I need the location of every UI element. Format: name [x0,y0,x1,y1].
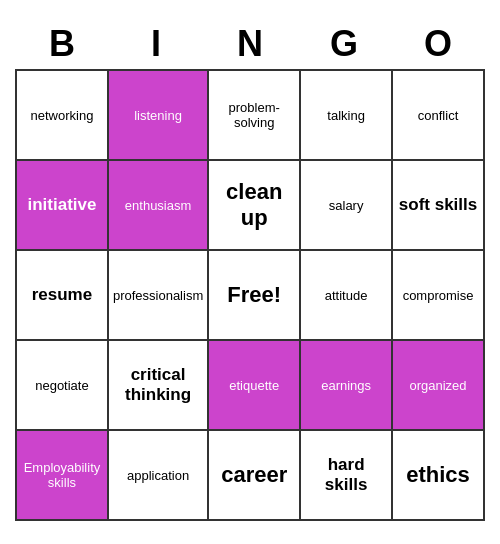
bingo-cell: clean up [209,161,301,251]
bingo-cell: hard skills [301,431,393,521]
bingo-cell: organized [393,341,485,431]
bingo-cell: professionalism [109,251,209,341]
bingo-cell: career [209,431,301,521]
bingo-grid: networkinglisteningproblem-solvingtalkin… [15,69,485,521]
bingo-title: BINGO [15,23,485,65]
bingo-cell: resume [17,251,109,341]
bingo-cell: compromise [393,251,485,341]
bingo-cell: salary [301,161,393,251]
bingo-cell: earnings [301,341,393,431]
bingo-cell: conflict [393,71,485,161]
bingo-cell: Free! [209,251,301,341]
bingo-cell: talking [301,71,393,161]
bingo-cell: etiquette [209,341,301,431]
bingo-cell: critical thinking [109,341,209,431]
bingo-cell: enthusiasm [109,161,209,251]
title-letter: G [300,23,388,65]
bingo-cell: initiative [17,161,109,251]
bingo-cell: listening [109,71,209,161]
bingo-cell: soft skills [393,161,485,251]
title-letter: O [394,23,482,65]
bingo-card: BINGO networkinglisteningproblem-solving… [5,13,495,531]
title-letter: I [112,23,200,65]
title-letter: N [206,23,294,65]
bingo-cell: negotiate [17,341,109,431]
title-letter: B [18,23,106,65]
bingo-cell: networking [17,71,109,161]
bingo-cell: ethics [393,431,485,521]
bingo-cell: application [109,431,209,521]
bingo-cell: problem-solving [209,71,301,161]
bingo-cell: Employability skills [17,431,109,521]
bingo-cell: attitude [301,251,393,341]
